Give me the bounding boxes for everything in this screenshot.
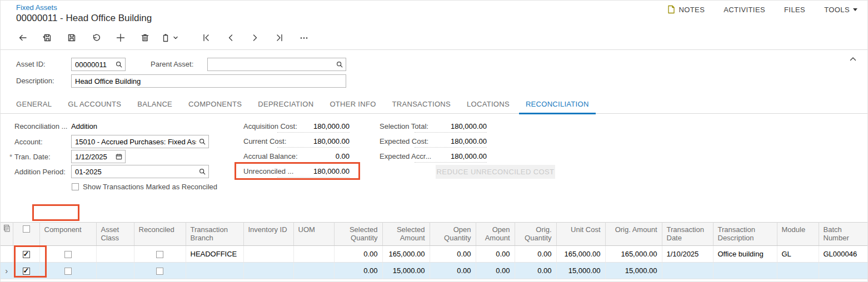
more-actions-button[interactable] [292, 29, 316, 46]
column-header-reconciled[interactable]: Reconciled [134, 223, 186, 246]
tab-other-info[interactable]: OTHER INFO [323, 95, 382, 114]
column-header-batch-number[interactable]: Batch Number [819, 223, 868, 246]
column-header-module[interactable]: Module [777, 223, 819, 246]
asset-id-input[interactable] [72, 58, 115, 70]
tab-balance[interactable]: BALANCE [131, 95, 179, 114]
lookup-button[interactable] [336, 61, 346, 68]
asset-class-cell[interactable] [96, 263, 134, 279]
module-cell[interactable]: GL [777, 246, 819, 263]
open-quantity-cell[interactable]: 0.00 [430, 263, 476, 279]
tran-date-input[interactable] [72, 150, 115, 163]
tools-menu-button[interactable]: TOOLS [824, 6, 857, 14]
tab-transactions[interactable]: TRANSACTIONS [386, 95, 457, 114]
column-header-uom[interactable]: UOM [293, 223, 334, 246]
notes-column-header[interactable] [1, 223, 13, 246]
lookup-button[interactable] [198, 138, 208, 145]
tab-general[interactable]: GENERAL [9, 95, 58, 114]
column-header-orig-amount[interactable]: Orig. Amount [605, 223, 662, 246]
component-checkbox[interactable] [64, 268, 72, 275]
tab-locations[interactable]: LOCATIONS [460, 95, 516, 114]
account-input[interactable] [72, 135, 198, 148]
asset-id-field[interactable] [71, 58, 126, 71]
parent-asset-input[interactable] [208, 58, 336, 70]
calendar-button[interactable] [115, 153, 125, 160]
column-header-transaction-date[interactable]: Transaction Date [662, 223, 713, 246]
breadcrumb[interactable]: Fixed Assets [16, 3, 57, 12]
collapse-panel-button[interactable] [849, 55, 857, 63]
column-header-inventory-id[interactable]: Inventory ID [243, 223, 293, 246]
notes-button[interactable]: NOTES [667, 5, 705, 14]
orig-amount-cell[interactable]: 165,000.00 [605, 246, 662, 263]
reduce-unreconciled-cost-button[interactable]: REDUCE UNRECONCILED COST [436, 165, 555, 179]
transaction-branch-cell[interactable]: HEADOFFICE [186, 246, 243, 263]
transaction-description-cell[interactable] [713, 263, 777, 279]
select-all-column-header[interactable] [13, 223, 39, 246]
back-button[interactable] [11, 29, 35, 46]
column-header-open-amount[interactable]: Open Amount [476, 223, 515, 246]
reconciled-cell[interactable] [134, 246, 186, 263]
column-header-transaction-description[interactable]: Transaction Description [713, 223, 777, 246]
column-header-orig-quantity[interactable]: Orig. Quantity [515, 223, 556, 246]
select-all-checkbox[interactable] [23, 225, 30, 233]
uom-cell[interactable] [293, 263, 334, 279]
add-new-record-button[interactable] [108, 29, 133, 46]
tab-depreciation[interactable]: DEPRECIATION [251, 95, 320, 114]
account-field[interactable] [71, 135, 209, 148]
row-select-checkbox[interactable] [23, 268, 30, 275]
parent-asset-field[interactable] [207, 58, 346, 71]
previous-record-button[interactable] [218, 29, 243, 46]
transaction-date-cell[interactable]: 1/10/2025 [662, 246, 713, 263]
inventory-id-cell[interactable] [243, 263, 293, 279]
column-header-selected-quantity[interactable]: Selected Quantity [334, 223, 382, 246]
column-header-component[interactable]: Component [39, 223, 96, 246]
batch-number-cell[interactable] [819, 263, 868, 279]
uom-cell[interactable] [293, 246, 334, 263]
component-cell[interactable] [39, 246, 96, 263]
table-row[interactable]: › 0.00 15,000.00 0.00 0.00 0.00 15,000.0… [1, 263, 868, 279]
module-cell[interactable] [777, 263, 819, 279]
save-and-close-button[interactable] [35, 29, 59, 46]
component-cell[interactable] [39, 263, 96, 279]
reconciled-checkbox[interactable] [156, 268, 163, 275]
first-record-button[interactable] [194, 29, 218, 46]
lookup-button[interactable] [198, 168, 208, 175]
addition-period-field[interactable] [71, 165, 209, 178]
orig-quantity-cell[interactable]: 0.00 [515, 263, 556, 279]
column-header-open-quantity[interactable]: Open Quantity [430, 223, 476, 246]
orig-amount-cell[interactable]: 15,000.00 [605, 263, 662, 279]
lookup-button[interactable] [115, 61, 125, 68]
component-checkbox[interactable] [64, 251, 72, 258]
orig-quantity-cell[interactable]: 0.00 [515, 246, 556, 263]
save-button[interactable] [59, 29, 84, 46]
tab-reconciliation[interactable]: RECONCILIATION [519, 95, 596, 114]
selected-quantity-cell[interactable]: 0.00 [334, 263, 382, 279]
column-header-selected-amount[interactable]: Selected Amount [382, 223, 430, 246]
tab-gl-accounts[interactable]: GL ACCOUNTS [61, 95, 128, 114]
description-field[interactable] [71, 74, 346, 88]
tab-components[interactable]: COMPONENTS [182, 95, 248, 114]
unit-cost-cell[interactable]: 15,000.00 [556, 263, 605, 279]
column-header-asset-class[interactable]: Asset Class [96, 223, 134, 246]
open-amount-cell[interactable]: 0.00 [476, 246, 515, 263]
addition-period-input[interactable] [72, 165, 198, 178]
inventory-id-cell[interactable] [243, 246, 293, 263]
transaction-description-cell[interactable]: Office building [713, 246, 777, 263]
asset-class-cell[interactable] [96, 246, 134, 263]
transaction-date-cell[interactable] [662, 263, 713, 279]
open-quantity-cell[interactable]: 0.00 [430, 246, 476, 263]
last-record-button[interactable] [267, 29, 292, 46]
row-select-checkbox[interactable] [23, 251, 30, 258]
delete-button[interactable] [133, 29, 157, 46]
transaction-branch-cell[interactable] [186, 263, 243, 279]
reconciled-cell[interactable] [134, 263, 186, 279]
column-header-unit-cost[interactable]: Unit Cost [556, 223, 605, 246]
reconciled-checkbox[interactable] [156, 251, 163, 258]
column-header-transaction-branch[interactable]: Transaction Branch [186, 223, 243, 246]
unit-cost-cell[interactable]: 165,000.00 [556, 246, 605, 263]
batch-number-cell[interactable]: GL000046 [819, 246, 868, 263]
description-input[interactable] [72, 75, 346, 87]
tran-date-field[interactable] [71, 150, 126, 163]
copy-paste-button[interactable] [157, 29, 182, 46]
selected-quantity-cell[interactable]: 0.00 [334, 246, 382, 263]
show-reconciled-option[interactable]: Show Transactions Marked as Reconciled [72, 183, 217, 191]
